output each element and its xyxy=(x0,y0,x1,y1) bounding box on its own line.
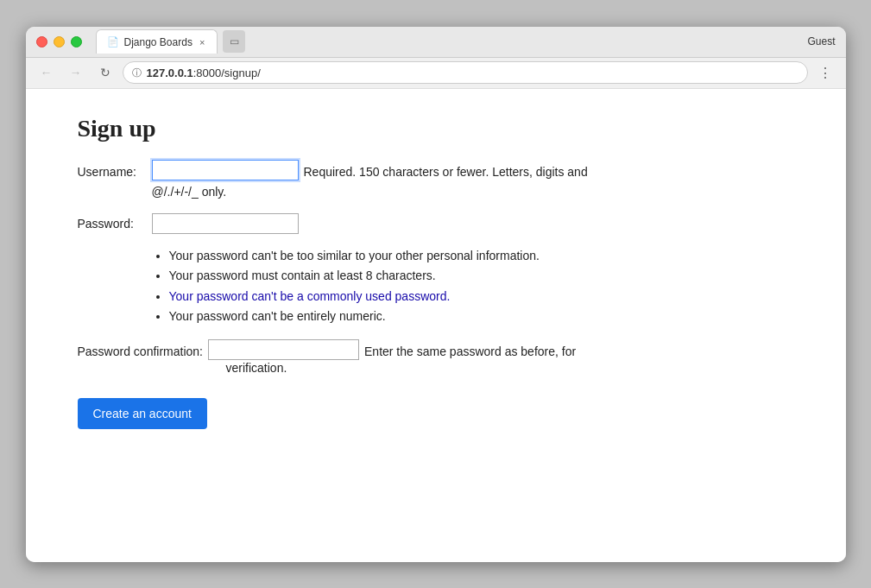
maximize-button[interactable] xyxy=(71,36,82,47)
title-bar: 📄 Django Boards × ▭ Guest xyxy=(26,27,846,58)
confirmation-label: Password confirmation: xyxy=(78,341,204,358)
page-title: Sign up xyxy=(78,115,794,142)
menu-dots-icon: ⋮ xyxy=(818,65,832,81)
back-button[interactable]: ← xyxy=(35,60,59,85)
address-path: :8000/signup/ xyxy=(193,66,261,79)
close-button[interactable] xyxy=(36,36,47,47)
create-account-button[interactable]: Create an account xyxy=(78,398,207,429)
password-input[interactable] xyxy=(152,213,299,234)
minimize-button[interactable] xyxy=(54,36,65,47)
username-input[interactable] xyxy=(152,160,299,180)
reload-icon: ↻ xyxy=(100,66,110,79)
password-hint-2: Your password must contain at least 8 ch… xyxy=(169,268,794,285)
confirmation-help: Enter the same password as before, for xyxy=(364,341,793,358)
back-arrow-icon: ← xyxy=(41,66,53,79)
username-help1: Required. 150 characters or fewer. Lette… xyxy=(304,161,794,179)
address-bar[interactable]: ⓘ 127.0.0.1:8000/signup/ xyxy=(123,61,808,84)
username-field-group: Username: Required. 150 characters or fe… xyxy=(78,160,794,199)
password-hints: Your password can't be too similar to yo… xyxy=(152,248,794,326)
new-tab-icon: ▭ xyxy=(230,35,239,47)
forward-arrow-icon: → xyxy=(70,66,82,79)
reload-button[interactable]: ↻ xyxy=(93,60,117,85)
tab-page-icon: 📄 xyxy=(107,36,119,47)
confirmation-help2: verification. xyxy=(226,361,287,375)
password-hint-1: Your password can't be too similar to yo… xyxy=(169,248,794,265)
address-lock-icon: ⓘ xyxy=(132,66,142,79)
password-hint-3-link[interactable]: Your password can't be a commonly used p… xyxy=(169,289,451,303)
guest-label: Guest xyxy=(807,35,835,47)
new-tab-button[interactable]: ▭ xyxy=(223,30,245,53)
nav-bar: ← → ↻ ⓘ 127.0.0.1:8000/signup/ ⋮ xyxy=(26,58,846,89)
address-host: 127.0.0.1 xyxy=(147,66,193,79)
password-label: Password: xyxy=(78,213,147,231)
password-confirmation-input[interactable] xyxy=(208,339,359,360)
username-help2: @/./+/-/_ only. xyxy=(152,185,227,199)
browser-window: 📄 Django Boards × ▭ Guest ← → ↻ ⓘ 127.0.… xyxy=(26,27,846,562)
page-content: Sign up Username: Required. 150 characte… xyxy=(26,89,846,562)
password-hint-3: Your password can't be a commonly used p… xyxy=(169,288,794,306)
password-hint-4: Your password can't be entirely numeric. xyxy=(169,308,794,326)
active-tab[interactable]: 📄 Django Boards × xyxy=(96,29,218,54)
forward-button[interactable]: → xyxy=(64,60,88,85)
password-hints-list: Your password can't be too similar to yo… xyxy=(152,248,794,326)
browser-menu-button[interactable]: ⋮ xyxy=(813,60,837,85)
password-confirmation-group: Password confirmation: Enter the same pa… xyxy=(78,339,794,376)
username-row: Username: Required. 150 characters or fe… xyxy=(78,160,794,180)
password-field-group: Password: xyxy=(78,213,794,234)
username-label: Username: xyxy=(78,161,147,179)
tab-close-button[interactable]: × xyxy=(198,37,206,47)
tab-title: Django Boards xyxy=(124,36,193,48)
tab-bar: 📄 Django Boards × ▭ xyxy=(96,29,808,54)
traffic-lights xyxy=(36,36,82,47)
address-text: 127.0.0.1:8000/signup/ xyxy=(147,66,261,79)
